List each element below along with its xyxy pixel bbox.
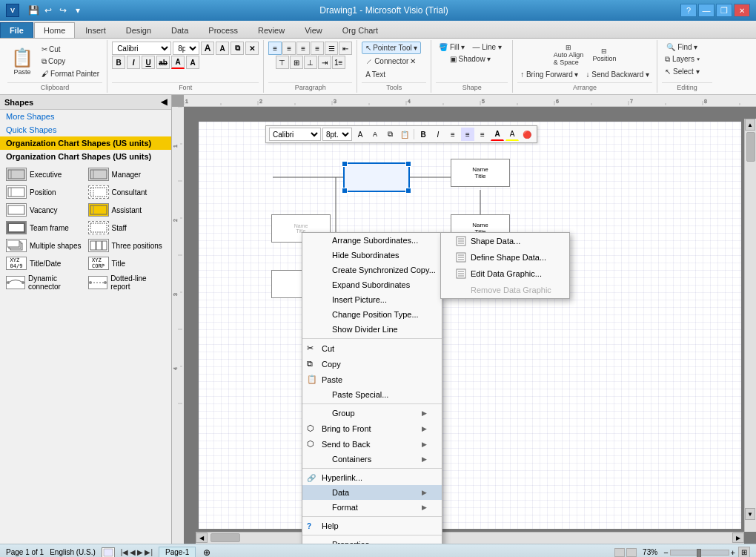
float-font-shrink[interactable]: A bbox=[368, 128, 382, 141]
float-italic[interactable]: I bbox=[431, 128, 445, 141]
hscroll-right[interactable]: ▶ bbox=[732, 533, 744, 543]
tab-design[interactable]: Design bbox=[116, 22, 161, 38]
shape-dotted[interactable]: Dotted-line report bbox=[87, 273, 168, 292]
zoom-out-btn[interactable]: − bbox=[663, 548, 668, 557]
submenu-shape-data[interactable]: Shape Data... bbox=[441, 233, 569, 249]
zoom-slider[interactable] bbox=[670, 550, 729, 556]
indent-dec-btn[interactable]: ⇤ bbox=[339, 42, 352, 55]
list-btn[interactable]: ☰ bbox=[325, 42, 338, 55]
shape-manager[interactable]: Manager bbox=[87, 166, 168, 182]
italic-btn[interactable]: I bbox=[127, 56, 140, 69]
float-paste-btn[interactable]: 📋 bbox=[398, 128, 411, 141]
float-align[interactable]: ≡ bbox=[446, 128, 460, 141]
ctx-group[interactable]: Group ▶ bbox=[302, 406, 442, 421]
shape-multiple[interactable]: Multiple shapes bbox=[4, 237, 85, 254]
close-btn[interactable]: ✕ bbox=[734, 4, 750, 17]
cut-button[interactable]: ✂ Cut bbox=[39, 44, 102, 55]
canvas-area[interactable]: 1 2 3 4 5 6 7 8 bbox=[172, 95, 756, 544]
org-box-selected[interactable] bbox=[343, 162, 410, 192]
ctx-send-to-back[interactable]: ⬡Send to Back ▶ bbox=[302, 436, 442, 452]
font-family-selector[interactable]: Calibri bbox=[112, 42, 171, 55]
hscroll-thumb[interactable] bbox=[210, 533, 240, 542]
org-box-right1[interactable]: Name Title bbox=[451, 159, 510, 187]
ctx-insert-picture[interactable]: Insert Picture... bbox=[302, 292, 442, 307]
shape-title[interactable]: XYZCORP Title bbox=[87, 255, 168, 271]
min-btn[interactable]: — bbox=[698, 4, 714, 17]
ctx-change-position-type[interactable]: Change Position Type... bbox=[302, 307, 442, 322]
tab-process[interactable]: Process bbox=[199, 22, 248, 38]
ctx-create-sync-copy[interactable]: Create Synchronized Copy... bbox=[302, 263, 442, 277]
ctx-copy[interactable]: ⧉Copy bbox=[302, 356, 442, 372]
add-page-btn[interactable]: ⊕ bbox=[203, 547, 210, 558]
submenu-edit-data-graphic[interactable]: Edit Data Graphic... bbox=[441, 266, 569, 282]
ctx-cut[interactable]: ✂Cut bbox=[302, 340, 442, 356]
tab-view[interactable]: View bbox=[295, 22, 332, 38]
float-copy-btn[interactable]: ⧉ bbox=[383, 128, 397, 141]
page-thumb[interactable] bbox=[102, 547, 115, 558]
more-shapes-link[interactable]: More Shapes bbox=[0, 110, 171, 123]
float-align3[interactable]: ≡ bbox=[476, 128, 489, 141]
ctx-paste-special[interactable]: Paste Special... bbox=[302, 387, 442, 402]
ctx-properties[interactable]: Properties bbox=[302, 537, 442, 544]
tab-review[interactable]: Review bbox=[248, 22, 294, 38]
strikethrough-btn[interactable]: ab bbox=[156, 56, 170, 69]
bring-forward-btn[interactable]: ↑ Bring Forward ▾ bbox=[517, 69, 581, 80]
align-left-btn[interactable]: ≡ bbox=[268, 42, 282, 55]
shape-team[interactable]: Team frame bbox=[4, 220, 85, 236]
num-list-btn[interactable]: 1≡ bbox=[332, 56, 345, 69]
ctx-format[interactable]: Format ▶ bbox=[302, 500, 442, 515]
ctx-expand-subordinates[interactable]: Expand Subordinates bbox=[302, 277, 442, 292]
ctx-containers[interactable]: Containers ▶ bbox=[302, 452, 442, 467]
float-align2[interactable]: ≡ bbox=[461, 128, 474, 141]
float-fill[interactable]: 🔴 bbox=[520, 128, 534, 141]
ctx-bring-to-front[interactable]: ⬡Bring to Front ▶ bbox=[302, 421, 442, 436]
ctx-arrange-subordinates[interactable]: Arrange Subordinates... bbox=[302, 233, 442, 248]
page-tab[interactable]: Page-1 bbox=[159, 547, 196, 557]
ctx-data[interactable]: Data ▶ bbox=[302, 485, 442, 500]
line-btn[interactable]: — Line ▾ bbox=[469, 42, 504, 53]
font-color-btn[interactable]: A bbox=[171, 56, 185, 69]
float-color[interactable]: A bbox=[491, 128, 504, 141]
font-grow-btn[interactable]: A bbox=[201, 42, 214, 55]
align-top-btn[interactable]: ⊤ bbox=[276, 56, 289, 69]
shape-position[interactable]: Position bbox=[4, 184, 85, 200]
vscroll-up[interactable]: ▲ bbox=[745, 119, 755, 131]
qa-dropdown-btn[interactable]: ▾ bbox=[71, 4, 84, 17]
highlight-btn[interactable]: A bbox=[186, 56, 199, 69]
shape-consultant[interactable]: Consultant bbox=[87, 184, 168, 200]
shape-executive[interactable]: Executive bbox=[4, 166, 85, 182]
underline-btn[interactable]: U bbox=[142, 56, 155, 69]
shape-three[interactable]: Three positions bbox=[87, 237, 168, 254]
ctx-show-divider[interactable]: Show Divider Line bbox=[302, 322, 442, 337]
position-btn[interactable]: ⊟Position bbox=[588, 42, 620, 68]
fill-btn[interactable]: 🪣 Fill ▾ bbox=[436, 42, 468, 53]
view-normal[interactable] bbox=[614, 548, 625, 557]
send-backward-btn[interactable]: ↓ Send Backward ▾ bbox=[583, 69, 653, 80]
float-bold[interactable]: B bbox=[417, 128, 430, 141]
align-justify-btn[interactable]: ≡ bbox=[311, 42, 324, 55]
shape-staff[interactable]: Staff bbox=[87, 220, 168, 236]
vscroll[interactable]: ▲ ▼ bbox=[744, 119, 756, 532]
submenu-define-shape-data[interactable]: Define Shape Data... bbox=[441, 249, 569, 266]
fit-page-btn[interactable]: ⊞ bbox=[738, 547, 750, 558]
format-painter-button[interactable]: 🖌 Format Painter bbox=[39, 68, 102, 79]
nav-last[interactable]: ▶| bbox=[145, 548, 153, 556]
qa-undo-btn[interactable]: ↩ bbox=[42, 4, 55, 17]
select-btn[interactable]: ↖ Select ▾ bbox=[662, 66, 702, 77]
align-center-btn[interactable]: ≡ bbox=[282, 42, 296, 55]
tab-insert[interactable]: Insert bbox=[76, 22, 116, 38]
vscroll-down[interactable]: ▼ bbox=[745, 508, 755, 520]
shape-dynamic[interactable]: Dynamic connector bbox=[4, 273, 85, 292]
ctx-hyperlink[interactable]: 🔗Hyperlink... bbox=[302, 470, 442, 485]
copy-format-btn[interactable]: ⧉ bbox=[231, 42, 244, 55]
pointer-tool-btn[interactable]: ↖ Pointer Tool ▾ bbox=[362, 42, 421, 54]
copy-button[interactable]: ⧉ Copy bbox=[39, 56, 102, 67]
bold-btn[interactable]: B bbox=[112, 56, 125, 69]
view-full[interactable] bbox=[626, 548, 637, 557]
shapes-collapse-icon[interactable]: ◀ bbox=[161, 97, 167, 107]
clear-format-btn[interactable]: ✕ bbox=[245, 42, 259, 55]
ctx-hide-subordinates[interactable]: Hide Subordinates bbox=[302, 248, 442, 263]
quick-shapes-link[interactable]: Quick Shapes bbox=[0, 123, 171, 136]
tab-orgchart[interactable]: Org Chart bbox=[333, 22, 388, 38]
float-font-grow[interactable]: A bbox=[354, 128, 367, 141]
